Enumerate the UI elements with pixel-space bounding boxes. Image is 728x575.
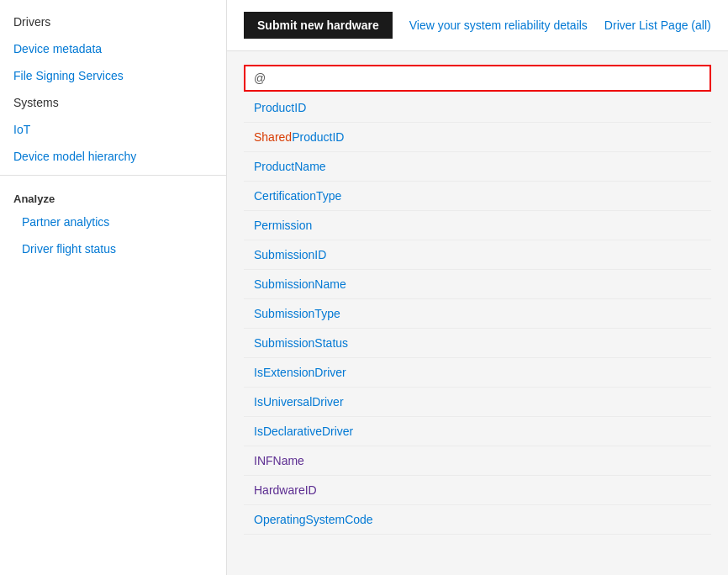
- content-area: @ ProductIDSharedProductIDProductNameCer…: [227, 51, 728, 548]
- search-input[interactable]: [271, 71, 701, 85]
- list-item[interactable]: SubmissionID: [244, 240, 711, 270]
- toolbar: Submit new hardware View your system rel…: [227, 0, 728, 51]
- list-item[interactable]: SubmissionName: [244, 270, 711, 299]
- view-reliability-link[interactable]: View your system reliability details: [409, 18, 588, 32]
- list-item[interactable]: IsExtensionDriver: [244, 358, 711, 388]
- sidebar: Drivers Device metadata File Signing Ser…: [0, 0, 227, 575]
- sidebar-item-file-signing-services[interactable]: File Signing Services: [0, 62, 226, 89]
- sidebar-item-device-model-hierarchy[interactable]: Device model hierarchy: [0, 143, 226, 170]
- list-container: ProductIDSharedProductIDProductNameCerti…: [244, 93, 711, 535]
- at-icon: @: [254, 71, 266, 85]
- search-box-container: @: [244, 65, 711, 92]
- main-content: Submit new hardware View your system rel…: [227, 0, 728, 575]
- sidebar-divider: [0, 175, 226, 176]
- list-item[interactable]: Permission: [244, 211, 711, 240]
- list-item[interactable]: IsDeclarativeDriver: [244, 417, 711, 446]
- sidebar-section-analyze: Analyze: [0, 181, 226, 208]
- driver-list-page-link[interactable]: Driver List Page (all): [604, 18, 711, 32]
- list-item[interactable]: ProductID: [244, 93, 711, 123]
- sidebar-item-drivers[interactable]: Drivers: [0, 8, 226, 35]
- list-item[interactable]: INFName: [244, 446, 711, 476]
- list-item[interactable]: SubmissionStatus: [244, 329, 711, 358]
- sidebar-item-device-metadata[interactable]: Device metadata: [0, 35, 226, 62]
- submit-new-hardware-button[interactable]: Submit new hardware: [244, 12, 393, 39]
- sidebar-item-iot[interactable]: IoT: [0, 116, 226, 143]
- list-item[interactable]: CertificationType: [244, 182, 711, 211]
- sidebar-item-driver-flight-status[interactable]: Driver flight status: [0, 235, 226, 262]
- list-item[interactable]: SubmissionType: [244, 299, 711, 329]
- list-item[interactable]: HardwareID: [244, 476, 711, 505]
- sidebar-item-partner-analytics[interactable]: Partner analytics: [0, 208, 226, 235]
- list-item[interactable]: IsUniversalDriver: [244, 388, 711, 417]
- list-item[interactable]: SharedProductID: [244, 123, 711, 152]
- sidebar-item-systems[interactable]: Systems: [0, 89, 226, 116]
- list-item[interactable]: ProductName: [244, 152, 711, 182]
- list-item[interactable]: OperatingSystemCode: [244, 505, 711, 535]
